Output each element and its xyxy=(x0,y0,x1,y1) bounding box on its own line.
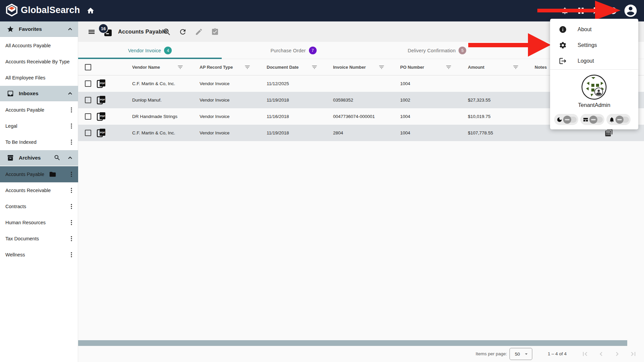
tab-label: Purchase Order xyxy=(270,48,306,53)
cell-document-date: 11/16/2018 xyxy=(267,114,289,119)
row-checkbox[interactable] xyxy=(85,80,91,87)
section-label: Archives xyxy=(19,155,54,161)
pdf-document-icon[interactable]: PDF xyxy=(97,111,106,121)
previous-page-icon[interactable] xyxy=(597,350,605,358)
first-page-icon[interactable] xyxy=(581,350,589,358)
section-label: Favorites xyxy=(19,26,67,32)
row-checkbox[interactable] xyxy=(85,97,91,103)
kebab-menu-icon[interactable] xyxy=(68,139,75,145)
sidebar-item-label: Human Resources xyxy=(5,220,46,225)
chevron-down-icon xyxy=(523,351,529,357)
cell-vendor-name: Dunlop Manuf. xyxy=(132,98,162,103)
kebab-menu-icon[interactable] xyxy=(68,203,75,210)
tab-vendor-invoice[interactable]: Vendor Invoice 4 xyxy=(78,42,222,59)
kebab-menu-icon[interactable] xyxy=(68,107,75,113)
home-icon[interactable] xyxy=(87,7,95,15)
menu-divider xyxy=(550,69,638,70)
sidebar-item-inbox-accounts-payable[interactable]: Accounts Payable xyxy=(0,102,78,118)
search-icon[interactable] xyxy=(54,154,61,161)
tab-count-badge: 4 xyxy=(164,47,172,54)
row-checkbox[interactable] xyxy=(85,130,91,136)
menu-item-label: Logout xyxy=(578,58,594,64)
tab-purchase-order[interactable]: Purchase Order 7 xyxy=(222,42,365,59)
sidebar-item-archive-accounts-payable[interactable]: Accounts Payable xyxy=(0,166,78,182)
filter-icon[interactable] xyxy=(513,64,519,70)
menu-item-about[interactable]: About xyxy=(550,21,638,38)
horizontal-scrollbar[interactable] xyxy=(78,340,627,346)
sidebar-item-archive-contracts[interactable]: Contracts xyxy=(0,198,78,215)
sidebar-item-archive-human-resources[interactable]: Human Resources xyxy=(0,215,78,231)
search-again-icon[interactable] xyxy=(163,28,171,36)
sidebar-item-archive-wellness[interactable]: Wellness xyxy=(0,247,78,263)
row-checkbox[interactable] xyxy=(85,113,91,120)
menu-item-settings[interactable]: Settings xyxy=(550,37,638,53)
sidebar-section-archives[interactable]: Archives xyxy=(0,150,78,166)
sidebar-section-inboxes[interactable]: Inboxes xyxy=(0,86,78,101)
dark-mode-toggle[interactable] xyxy=(554,114,578,125)
app-logo[interactable]: GlobalSearch xyxy=(5,4,80,16)
filter-icon[interactable] xyxy=(177,64,183,70)
user-avatar[interactable] xyxy=(581,74,607,100)
filter-icon[interactable] xyxy=(244,64,251,70)
sidebar-item-archive-accounts-receivable[interactable]: Accounts Receivable xyxy=(0,182,78,198)
pdf-document-icon[interactable]: PDF xyxy=(97,128,106,138)
sidebar-item-archive-tax-documents[interactable]: Tax Documents xyxy=(0,231,78,247)
pdf-document-icon[interactable]: PDF xyxy=(97,78,106,88)
kebab-menu-icon[interactable] xyxy=(68,251,75,258)
sidebar-item-all-accounts-payable[interactable]: All Accounts Payable xyxy=(0,38,78,54)
last-page-icon[interactable] xyxy=(629,350,637,358)
account-circle-icon[interactable] xyxy=(623,3,638,18)
hamburger-menu-icon[interactable] xyxy=(87,28,96,36)
filter-icon[interactable] xyxy=(445,64,452,70)
sidebar-item-label: Accounts Payable xyxy=(5,172,44,177)
tab-label: Vendor Invoice xyxy=(128,48,161,53)
layout-toggle[interactable] xyxy=(580,114,604,125)
filter-icon[interactable] xyxy=(311,64,318,70)
page-size-select[interactable]: 50 xyxy=(509,348,532,360)
sidebar-item-accounts-receivable-by-type[interactable]: Accounts Receivable By Type xyxy=(0,54,78,70)
annotation-arrow-settings xyxy=(468,43,528,47)
profile-dropdown-menu: About Settings Logout xyxy=(550,19,638,129)
sidebar-item-label: Wellness xyxy=(5,252,25,257)
filter-icon[interactable] xyxy=(378,64,385,70)
cell-amount: $107,778.55 xyxy=(468,130,493,135)
cell-po-number: 1002 xyxy=(400,98,410,103)
kebab-menu-icon[interactable] xyxy=(68,123,75,129)
related-tables-icon[interactable] xyxy=(604,128,613,137)
sidebar-item-inbox-legal[interactable]: Legal xyxy=(0,118,78,134)
cell-amount: $27,323.55 xyxy=(468,98,491,103)
section-label: Inboxes xyxy=(19,90,67,97)
pdf-document-icon[interactable]: PDF xyxy=(97,95,106,105)
svg-text:PDF: PDF xyxy=(100,131,105,134)
kebab-menu-icon[interactable] xyxy=(68,219,75,226)
sidebar-section-favorites[interactable]: Favorites xyxy=(0,21,78,37)
refresh-icon[interactable] xyxy=(179,28,187,36)
cell-ap-record-type: Vendor Invoice xyxy=(200,114,229,119)
edit-icon[interactable] xyxy=(195,28,203,36)
menu-item-label: Settings xyxy=(578,42,597,48)
sidebar-item-label: To Be Indexed xyxy=(5,139,37,145)
chevron-up-icon[interactable] xyxy=(67,26,73,33)
clipboard-check-icon[interactable] xyxy=(211,28,219,36)
logout-icon xyxy=(559,57,567,65)
kebab-menu-icon[interactable] xyxy=(68,187,75,194)
kebab-menu-icon[interactable] xyxy=(68,171,75,178)
next-page-icon[interactable] xyxy=(613,350,621,358)
badge-count: 16 xyxy=(101,26,106,31)
inbox-icon xyxy=(7,90,14,97)
chevron-up-icon[interactable] xyxy=(67,155,73,161)
toggle-track xyxy=(564,117,577,123)
chevron-up-icon[interactable] xyxy=(67,90,73,97)
svg-text:PDF: PDF xyxy=(100,115,105,118)
toggle-track xyxy=(590,117,603,123)
kebab-menu-icon[interactable] xyxy=(68,235,75,242)
cell-vendor-name: DR Handmade Strings xyxy=(132,114,177,119)
cell-ap-record-type: Vendor Invoice xyxy=(200,130,229,135)
notifications-toggle[interactable] xyxy=(606,114,631,125)
sidebar-item-all-employee-files[interactable]: All Employee Files xyxy=(0,70,78,86)
select-all-checkbox[interactable] xyxy=(85,64,91,70)
sidebar-item-label: Legal xyxy=(5,123,17,129)
menu-item-logout[interactable]: Logout xyxy=(550,53,638,69)
tab-count-badge: 7 xyxy=(309,47,317,54)
sidebar-item-inbox-to-be-indexed[interactable]: To Be Indexed xyxy=(0,134,78,150)
